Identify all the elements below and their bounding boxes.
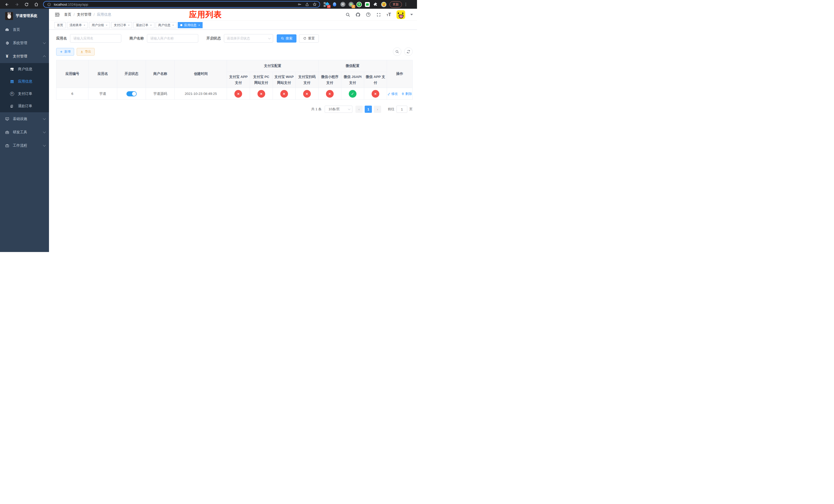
sidebar-item-label: 研发工具 xyxy=(13,130,40,135)
sidebar-collapse-icon[interactable] xyxy=(54,12,60,18)
extension-diamond-icon[interactable]: 10 xyxy=(324,2,329,7)
wx-jsapi-status-icon: ✓ xyxy=(349,90,356,98)
extension-badge: 10 xyxy=(327,5,331,8)
search-button[interactable]: 搜索 xyxy=(277,35,297,43)
table-row: 6 芋道 芋道源码 2021-10-23 08:49:25 × × × × × … xyxy=(57,88,413,100)
status-toggle[interactable] xyxy=(127,91,137,96)
sidebar-item-label: 退款订单 xyxy=(18,104,45,109)
browser-back-icon[interactable] xyxy=(4,1,10,8)
yen-icon: ¥ xyxy=(5,54,9,59)
tab-merchant-info[interactable]: 商户信息× xyxy=(156,22,176,28)
tab-home[interactable]: 首页 xyxy=(54,22,66,28)
url-text: localhost:1024/pay/app xyxy=(54,3,88,6)
site-info-icon[interactable] xyxy=(46,2,51,7)
sidebar-item-devtools[interactable]: 研发工具 xyxy=(0,125,49,139)
sidebar-item-home[interactable]: 首页 xyxy=(0,23,49,37)
close-icon[interactable]: × xyxy=(172,24,174,27)
merchant-name-input[interactable] xyxy=(147,34,198,43)
delete-link[interactable]: 删除 xyxy=(401,92,412,96)
tab-app-info[interactable]: 应用信息× xyxy=(178,22,202,28)
col-alipay-qr: 支付宝扫码支付 xyxy=(295,72,318,88)
sidebar-item-payment[interactable]: ¥ 支付管理 xyxy=(0,50,49,63)
app-name-label: 应用名 xyxy=(56,36,67,41)
app-name-input[interactable] xyxy=(70,34,121,43)
monitor-icon xyxy=(5,117,9,121)
wx-app-status-icon: × xyxy=(372,90,379,98)
extension-y-icon[interactable]: Y xyxy=(356,2,362,7)
tab-pay-order[interactable]: 支付订单× xyxy=(111,22,132,28)
export-button[interactable]: 导出 xyxy=(77,48,95,55)
current-page[interactable]: 1 xyxy=(365,106,372,113)
col-created: 创建时间 xyxy=(175,60,227,88)
fullscreen-icon[interactable] xyxy=(376,12,381,17)
password-key-icon[interactable] xyxy=(298,2,302,6)
chrome-update-button[interactable]: 更新 xyxy=(390,1,402,8)
extension-chat-icon[interactable] xyxy=(365,2,370,7)
reset-button[interactable]: 重置 xyxy=(299,35,319,43)
edit-link[interactable]: 修改 xyxy=(388,92,398,96)
browser-menu-icon[interactable]: ⋮ xyxy=(404,2,408,7)
close-icon[interactable]: × xyxy=(198,24,200,27)
cell-app-id: 6 xyxy=(57,88,88,100)
col-wx-mini: 微信小程序支付 xyxy=(318,72,341,88)
prev-page-button[interactable]: ‹ xyxy=(355,106,363,113)
gear-icon xyxy=(5,41,9,45)
chevron-down-icon xyxy=(43,130,46,133)
col-alipay-pc: 支付宝 PC 网站支付 xyxy=(250,72,272,88)
tab-user-group[interactable]: 用户分组× xyxy=(89,22,110,28)
extension-command-icon[interactable]: ⌘ xyxy=(340,2,346,7)
sidebar-item-label: 支付订单 xyxy=(18,92,45,96)
user-avatar[interactable] xyxy=(396,10,405,19)
help-icon[interactable] xyxy=(366,12,371,17)
sidebar-item-refund-order[interactable]: 退款订单 xyxy=(0,100,49,112)
sidebar-item-merchant-info[interactable]: 商户信息 xyxy=(0,63,49,75)
browser-forward-icon[interactable] xyxy=(13,1,20,8)
font-size-icon[interactable]: TT xyxy=(386,12,391,17)
sidebar-item-workflow[interactable]: 工作流程 xyxy=(0,139,49,152)
alipay-wap-status-icon: × xyxy=(280,90,288,98)
tab-process-form[interactable]: 流程表单× xyxy=(67,22,88,28)
browser-reload-icon[interactable] xyxy=(23,1,30,8)
sidebar-item-pay-order[interactable]: ¥ 支付订单 xyxy=(0,88,49,100)
pay-order-icon: ¥ xyxy=(10,92,14,96)
toggle-search-button[interactable] xyxy=(393,47,401,56)
github-icon[interactable] xyxy=(355,12,360,17)
logo-rabbit-image xyxy=(5,12,13,20)
col-group-wechat: 微信配置 xyxy=(318,60,387,72)
status-select[interactable]: 请选择开启状态 xyxy=(224,34,273,43)
search-icon[interactable] xyxy=(345,12,350,17)
profile-emoji-icon[interactable] xyxy=(381,2,387,7)
extension-balloon-icon[interactable] xyxy=(332,2,337,7)
extension-record-icon[interactable]: 1 xyxy=(348,2,354,7)
app-logo[interactable]: 芋道管理系统 xyxy=(0,9,49,23)
col-wx-jsapi: 微信 JSAPI 支付 xyxy=(341,72,364,88)
goto-page-input[interactable] xyxy=(396,106,407,113)
extensions-puzzle-icon[interactable] xyxy=(373,2,378,7)
avatar-caret-icon[interactable] xyxy=(410,14,413,15)
next-page-button[interactable]: › xyxy=(374,106,381,113)
address-bar[interactable]: localhost:1024/pay/app xyxy=(43,1,320,8)
breadcrumb-home[interactable]: 首页 xyxy=(64,12,71,17)
close-icon[interactable]: × xyxy=(128,24,130,27)
store-icon xyxy=(10,67,14,71)
breadcrumb-payment[interactable]: 支付管理 xyxy=(77,12,91,17)
close-icon[interactable]: × xyxy=(84,24,85,27)
page-size-select[interactable]: 10条/页 xyxy=(325,106,352,113)
briefcase-icon xyxy=(5,143,9,148)
close-icon[interactable]: × xyxy=(106,24,107,27)
col-group-alipay: 支付宝配置 xyxy=(227,60,318,72)
sidebar-item-system[interactable]: 系统管理 xyxy=(0,37,49,50)
cell-app-name: 芋道 xyxy=(88,88,117,100)
share-icon[interactable] xyxy=(305,3,309,6)
refresh-button[interactable] xyxy=(404,47,413,56)
close-icon[interactable]: × xyxy=(150,24,152,27)
sidebar-item-label: 支付管理 xyxy=(13,54,40,59)
sidebar-item-app-info[interactable]: 应用信息 xyxy=(0,75,49,88)
wx-mini-status-icon: × xyxy=(326,90,334,98)
add-button[interactable]: 新增 xyxy=(56,48,74,55)
page-content: 应用名 商户名称 开启状态 请选择开启状态 搜索 重置 xyxy=(49,30,417,252)
browser-home-icon[interactable] xyxy=(33,1,40,8)
tab-refund-order[interactable]: 退款订单× xyxy=(133,22,154,28)
sidebar-item-infrastructure[interactable]: 基础设施 xyxy=(0,112,49,125)
bookmark-star-icon[interactable] xyxy=(313,2,317,6)
